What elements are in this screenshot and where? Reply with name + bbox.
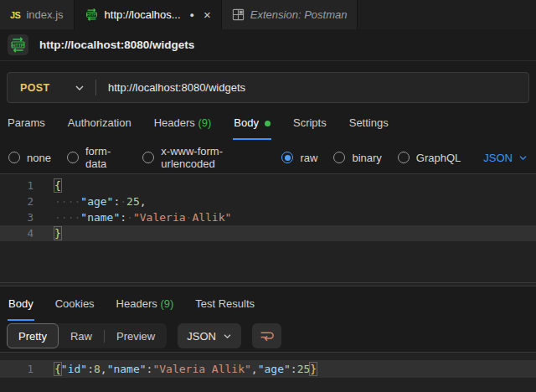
body-green-dot-icon [265,121,271,126]
code-line-current: 4 } [0,225,536,241]
radio-form-data[interactable]: form-data [67,145,126,170]
code-content: { [54,178,61,193]
word-wrap-icon [260,330,274,343]
tab-label: index.js [26,8,63,21]
tab-label: Extension: Postman [250,8,348,21]
divider [95,80,96,95]
raw-button[interactable]: Raw [59,323,104,348]
tab-index-js[interactable]: JS index.js [0,0,75,29]
editor-tab-bar: JS index.js HTTP http://localhos... ● × … [0,0,536,29]
line-number: 1 [0,360,34,378]
chevron-down-icon[interactable] [75,85,85,91]
code-line: 2 ····"age":·25, [0,193,536,209]
response-body-editor[interactable]: 1 {"id":8,"name":"Valeria Allik","age":2… [0,352,536,392]
tab-settings[interactable]: Settings [348,105,389,140]
radio-icon [8,152,20,163]
tab-scripts[interactable]: Scripts [292,105,327,140]
tab-test-results[interactable]: Test Results [194,286,255,321]
radio-icon [333,152,345,163]
line-number: 4 [0,225,34,241]
js-file-icon: JS [10,10,20,20]
code-content: ····"age":·25, [54,193,147,209]
code-line: 3 ····"name":·"Valeria·Allik" [0,209,536,225]
tab-params[interactable]: Params [7,105,46,140]
request-body-editor[interactable]: 1 { 2 ····"age":·25, 3 ····"name":·"Vale… [0,173,536,282]
tab-headers[interactable]: Headers (9) [153,105,213,140]
method-selector[interactable]: POST [8,82,73,94]
radio-icon [142,152,154,163]
headers-count-badge: (9) [160,297,173,310]
breadcrumb: HTTP http://localhost:8080/widgets [0,29,536,61]
language-dropdown[interactable]: JSON [483,152,528,164]
headers-count-badge: (9) [198,116,211,129]
response-language-dropdown[interactable]: JSON [178,323,241,348]
tab-http-request[interactable]: HTTP http://localhos... ● × [75,0,222,29]
tab-body[interactable]: Body [233,105,271,140]
code-content: {"id":8,"name":"Valeria Allik","age":25} [54,360,317,378]
tab-response-headers[interactable]: Headers (9) [116,286,175,321]
code-line: 1 { [0,178,536,193]
preview-button[interactable]: Preview [105,323,167,348]
code-content: ····"name":·"Valeria·Allik" [54,209,231,225]
tab-response-body[interactable]: Body [8,286,34,321]
response-toolbar: Pretty Raw Preview JSON [0,320,536,352]
radio-icon [398,152,410,163]
tab-extension-postman[interactable]: Extension: Postman [222,0,358,29]
tab-bar-empty-space [358,0,536,29]
http-file-badge-icon: HTTP [8,34,28,55]
response-tabs: Body Cookies Headers (9) Test Results [0,286,536,320]
radio-x-www-form-urlencoded[interactable]: x-www-form-urlencoded [142,145,265,170]
pretty-button[interactable]: Pretty [7,323,59,348]
code-line-current: 1 {"id":8,"name":"Valeria Allik","age":2… [0,360,536,378]
chevron-down-icon [223,333,232,339]
view-segmented-control: Pretty Raw Preview [7,323,167,348]
wrap-lines-button[interactable] [252,323,281,348]
chevron-down-icon [518,155,528,161]
line-number: 1 [0,178,34,193]
radio-graphql[interactable]: GraphQL [398,152,461,164]
svg-text:HTTP: HTTP [86,13,95,17]
body-type-selector: none form-data x-www-form-urlencoded raw… [0,142,536,173]
svg-text:HTTP: HTTP [13,43,24,48]
tab-authorization[interactable]: Authorization [67,105,132,140]
radio-binary[interactable]: binary [333,152,381,164]
request-title-url: http://localhost:8080/widgets [39,39,194,51]
code-content: } [54,225,61,241]
modified-dot-icon: ● [190,11,194,19]
http-file-icon: HTTP [85,8,99,22]
close-icon[interactable]: × [204,8,211,21]
radio-none[interactable]: none [8,152,51,164]
request-url-bar: POST http://localhost:8080/widgets [7,72,529,103]
line-number: 2 [0,193,34,209]
tab-cookies[interactable]: Cookies [54,286,95,321]
radio-selected-icon [281,152,293,163]
radio-icon [67,152,79,163]
request-tabs: Params Authorization Headers (9) Body Sc… [0,103,536,142]
url-input[interactable]: http://localhost:8080/widgets [108,81,245,94]
tab-label: http://localhos... [105,8,181,21]
line-number: 3 [0,209,34,225]
radio-raw[interactable]: raw [281,152,317,164]
extension-icon [232,8,245,21]
